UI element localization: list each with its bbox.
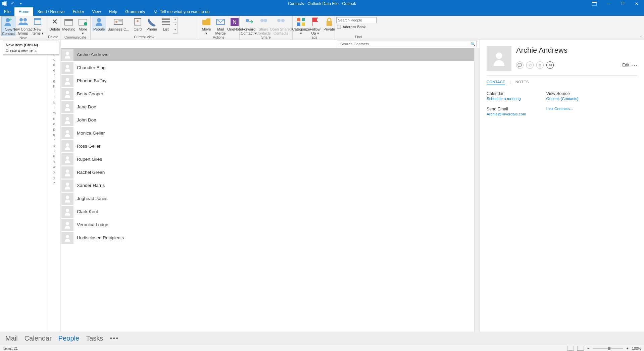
email-address-link[interactable]: Archie@Riverdale.com bbox=[487, 112, 526, 116]
contact-row[interactable]: Veronica Lodge bbox=[61, 218, 480, 231]
mail-merge-button[interactable]: Mail Merge bbox=[213, 16, 228, 35]
qat-customize-icon[interactable]: ▾ bbox=[18, 1, 23, 6]
search-people-input[interactable] bbox=[336, 17, 377, 23]
email-action-icon[interactable]: ✉ bbox=[546, 61, 554, 69]
tab-view[interactable]: View bbox=[88, 7, 105, 16]
contact-row[interactable]: John Doe bbox=[61, 113, 480, 127]
delete-button[interactable]: ✕ Delete bbox=[48, 16, 62, 31]
az-p[interactable]: p bbox=[53, 127, 55, 131]
search-contacts-box[interactable]: 🔍 bbox=[338, 41, 477, 47]
contact-row[interactable]: Monica Geller bbox=[61, 127, 480, 140]
contact-row[interactable]: Jughead Jones bbox=[61, 192, 480, 205]
undo-icon[interactable]: ↶ bbox=[10, 1, 15, 6]
search-icon[interactable]: 🔍 bbox=[469, 42, 477, 46]
view-business-card-button[interactable]: Business C... bbox=[106, 16, 131, 31]
az-s[interactable]: s bbox=[53, 143, 55, 147]
move-button[interactable]: Move ▾ bbox=[199, 16, 213, 35]
collapse-ribbon-icon[interactable]: ⌃ bbox=[640, 35, 643, 39]
az-t[interactable]: t bbox=[54, 149, 55, 153]
contact-row[interactable]: Jane Doe bbox=[61, 100, 480, 113]
list-scrollbar[interactable] bbox=[474, 48, 480, 338]
contact-row[interactable]: Undisclosed Recipients bbox=[61, 231, 480, 244]
zoom-in-button[interactable]: + bbox=[626, 346, 628, 350]
az-n[interactable]: n bbox=[53, 116, 55, 120]
az-i[interactable]: i bbox=[54, 90, 54, 94]
more-actions-icon[interactable]: ⋯ bbox=[632, 62, 637, 68]
notes-tab[interactable]: NOTES bbox=[515, 80, 529, 85]
link-contacts-link[interactable]: Link Contacts... bbox=[546, 107, 579, 111]
ribbon-display-icon[interactable] bbox=[592, 1, 597, 6]
contact-row[interactable]: Archie Andrews bbox=[61, 48, 480, 61]
forward-contact-button[interactable]: Forward Contact ▾ bbox=[241, 16, 256, 35]
meeting-button[interactable]: Meeting bbox=[62, 16, 76, 31]
new-items-button[interactable]: New Items ▾ bbox=[31, 16, 45, 35]
contact-row[interactable]: Rachel Green bbox=[61, 166, 480, 179]
gallery-scroll[interactable]: ▴▾▾ bbox=[173, 17, 178, 34]
az-v[interactable]: v bbox=[53, 159, 55, 163]
tab-send-receive[interactable]: Send / Receive bbox=[33, 7, 68, 16]
follow-up-button[interactable]: Follow Up ▾ bbox=[308, 16, 322, 35]
az-m[interactable]: m bbox=[53, 111, 56, 115]
view-people-button[interactable]: People bbox=[92, 16, 106, 31]
contact-row[interactable]: Ross Geller bbox=[61, 140, 480, 153]
contact-row[interactable]: Betty Cooper bbox=[61, 87, 480, 100]
close-icon[interactable]: ✕ bbox=[634, 1, 639, 6]
categorize-button[interactable]: Categorize ▾ bbox=[294, 16, 308, 35]
contact-row[interactable]: Phoebe Buffay bbox=[61, 74, 480, 87]
az-l[interactable]: l bbox=[54, 106, 54, 110]
nav-people[interactable]: People bbox=[58, 335, 79, 342]
az-k[interactable]: k bbox=[53, 100, 55, 104]
az-y[interactable]: y bbox=[53, 176, 55, 180]
address-book-button[interactable]: Address Book bbox=[336, 24, 377, 30]
open-shared-contacts-button[interactable]: Open Shared Contacts bbox=[271, 16, 291, 35]
tab-help[interactable]: Help bbox=[105, 7, 121, 16]
edit-link[interactable]: Edit bbox=[622, 63, 629, 67]
contact-row[interactable]: Xander Harris bbox=[61, 179, 480, 192]
view-list-button[interactable]: List bbox=[159, 16, 173, 31]
zoom-slider[interactable] bbox=[593, 348, 623, 349]
tell-me-search[interactable]: Tell me what you want to do bbox=[149, 7, 214, 16]
view-phone-button[interactable]: Phone bbox=[145, 16, 159, 31]
az-g[interactable]: g bbox=[53, 79, 55, 83]
az-o[interactable]: o bbox=[53, 122, 55, 126]
view-card-button[interactable]: Card bbox=[131, 16, 145, 31]
tab-folder[interactable]: Folder bbox=[69, 7, 88, 16]
az-x[interactable]: x bbox=[53, 170, 55, 174]
search-contacts-input[interactable] bbox=[338, 42, 469, 46]
schedule-meeting-link[interactable]: Schedule a meeting bbox=[487, 97, 526, 101]
zoom-out-button[interactable]: − bbox=[587, 346, 589, 350]
az-w[interactable]: w bbox=[53, 165, 56, 169]
outlook-icon[interactable] bbox=[2, 1, 7, 6]
az-f[interactable]: f bbox=[54, 73, 55, 78]
tab-file[interactable]: File bbox=[0, 7, 14, 16]
chat-action-icon[interactable]: 💬 bbox=[516, 61, 524, 69]
nav-more-icon[interactable]: ••• bbox=[110, 335, 119, 342]
maximize-icon[interactable]: ❐ bbox=[620, 1, 625, 6]
view-source-link[interactable]: Outlook (Contacts) bbox=[546, 97, 579, 101]
az-e[interactable]: e bbox=[53, 68, 55, 72]
nav-tasks[interactable]: Tasks bbox=[86, 335, 103, 342]
contact-tab[interactable]: CONTACT bbox=[487, 80, 505, 85]
view-reading-button[interactable] bbox=[577, 346, 584, 351]
minimize-icon[interactable]: ─ bbox=[606, 1, 611, 6]
tab-home[interactable]: Home bbox=[14, 7, 33, 16]
contact-row[interactable]: Chandler Bing bbox=[61, 61, 480, 74]
az-h[interactable]: h bbox=[53, 84, 55, 88]
contact-row[interactable]: Clark Kent bbox=[61, 205, 480, 218]
call-action-icon[interactable]: ✆ bbox=[526, 61, 534, 69]
nav-mail[interactable]: Mail bbox=[5, 335, 18, 342]
az-c[interactable]: c bbox=[53, 57, 55, 61]
az-z[interactable]: z bbox=[53, 181, 55, 185]
contact-row[interactable]: Rupert Giles bbox=[61, 153, 480, 166]
az-j[interactable]: j bbox=[54, 95, 54, 99]
view-normal-button[interactable] bbox=[567, 346, 574, 351]
share-contacts-button[interactable]: Share Contacts bbox=[256, 16, 271, 35]
private-button[interactable]: Private bbox=[322, 16, 336, 31]
tab-grammarly[interactable]: Grammarly bbox=[121, 7, 149, 16]
az-q[interactable]: q bbox=[53, 133, 55, 137]
az-d[interactable]: d bbox=[53, 63, 55, 67]
new-contact-group-button[interactable]: New Contact Group bbox=[15, 16, 31, 35]
more-communicate-button[interactable]: More ▾ bbox=[76, 16, 90, 35]
video-action-icon[interactable]: ⧉ bbox=[536, 61, 544, 69]
az-r[interactable]: r bbox=[54, 138, 55, 142]
